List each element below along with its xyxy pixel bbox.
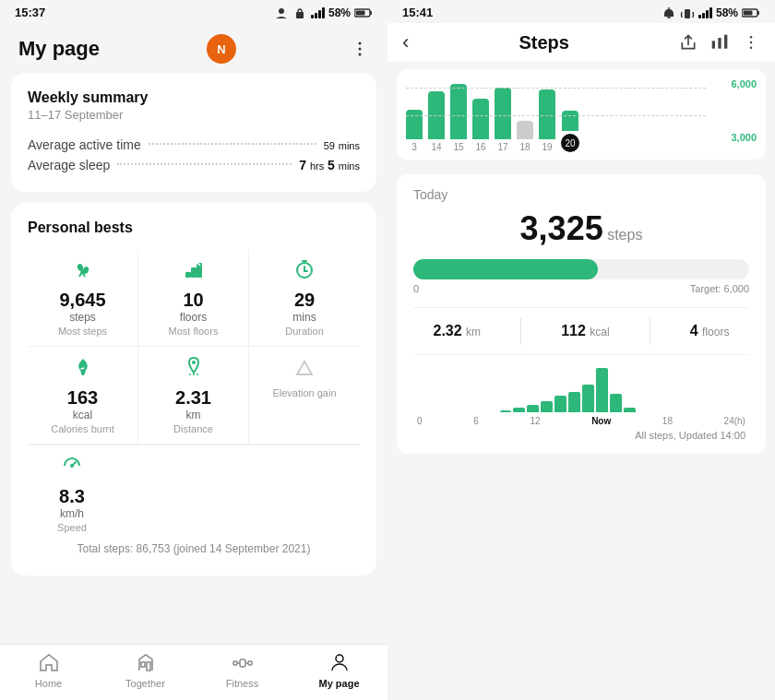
chart-bar-15: 15 [450, 84, 467, 152]
elevation-icon [256, 356, 352, 384]
lock-icon [292, 7, 307, 18]
calories-metric-value: 112 [561, 323, 586, 338]
hourly-bars [417, 366, 745, 412]
duration-icon [256, 258, 352, 286]
right-status-icons: 58% [662, 6, 760, 19]
metrics-row: 2.32 km 112 kcal 4 floors [413, 307, 749, 355]
hourly-bar-10 [554, 396, 566, 412]
floors-label: Most floors [146, 326, 241, 337]
svg-rect-19 [248, 661, 252, 665]
metric-divider-1 [520, 317, 521, 345]
svg-rect-4 [356, 10, 365, 15]
right-time: 15:41 [402, 6, 433, 19]
more-icon[interactable] [351, 40, 369, 58]
chart-bar-16: 16 [472, 99, 489, 152]
svg-rect-1 [296, 12, 304, 18]
nav-fitness[interactable]: Fitness [194, 652, 291, 689]
nav-together[interactable]: Together [97, 652, 194, 689]
bottom-nav: Home Together Fitness [0, 644, 388, 700]
steps-number: 3,325 [520, 209, 603, 247]
more-vert-icon[interactable] [742, 33, 760, 52]
pb-speed: 8.3 km/h Speed [35, 455, 109, 533]
metric-floors: 4 floors [690, 323, 730, 339]
progress-target: Target: 6,000 [690, 283, 749, 294]
svg-point-15 [70, 464, 74, 468]
hourly-x-labels: 0 6 12 Now 18 24(h) [417, 416, 745, 426]
today-card: Today 3,325 steps 0 Target: 6,000 2.32 k… [397, 174, 766, 454]
back-button[interactable]: ‹ [402, 30, 409, 54]
metric-distance: 2.32 km [434, 323, 482, 339]
speed-value: 8.3 [35, 486, 109, 507]
duration-value: 29 [256, 290, 352, 311]
hourly-bar-12 [582, 385, 594, 412]
chart-bar-14: 14 [428, 91, 445, 152]
left-battery: 58% [328, 6, 351, 19]
nav-mypage[interactable]: My page [291, 652, 388, 689]
calories-unit: kcal [35, 409, 130, 421]
battery-icon [354, 7, 373, 18]
svg-point-23 [336, 655, 343, 662]
distance-icon [146, 356, 241, 384]
svg-rect-11 [191, 267, 197, 278]
svg-point-7 [359, 53, 362, 56]
steps-word: steps [607, 227, 642, 243]
steps-header-actions [679, 33, 760, 52]
pb-distance: 2.31 km Distance [138, 347, 249, 445]
svg-point-33 [750, 36, 753, 39]
nav-together-label: Together [125, 678, 165, 689]
nav-home-label: Home [35, 678, 62, 689]
svg-point-5 [359, 42, 362, 45]
svg-point-14 [192, 361, 196, 364]
hourly-bar-14 [610, 394, 622, 412]
hourly-bar-8 [527, 405, 539, 412]
svg-rect-29 [744, 10, 753, 15]
bar-chart-icon[interactable] [710, 33, 729, 52]
home-icon [38, 652, 60, 674]
nav-mypage-label: My page [318, 678, 359, 689]
pb-floors: 10 floors Most floors [138, 249, 249, 347]
svg-rect-28 [757, 11, 759, 15]
chart-bar-20: 20 [561, 111, 579, 152]
speed-icon [35, 455, 109, 482]
nav-home[interactable]: Home [0, 652, 97, 689]
weekly-date: 11–17 September [28, 108, 360, 122]
distance-unit: km [146, 409, 241, 421]
weekly-summary-title: Weekly summary [28, 89, 360, 106]
right-battery-icon [742, 7, 760, 18]
svg-rect-31 [718, 38, 721, 49]
chart-bar-18: 18 [517, 121, 533, 152]
active-time-row: Average active time 59 mins [28, 135, 360, 155]
hourly-bar-15 [624, 408, 636, 412]
alarm-icon [662, 7, 676, 18]
personal-bests-title: Personal bests [28, 219, 360, 236]
distance-metric-unit: km [466, 326, 481, 338]
svg-rect-10 [185, 272, 191, 278]
total-steps: Total steps: 86,753 (joined 14 September… [28, 533, 360, 559]
svg-point-6 [359, 48, 362, 51]
hourly-bar-7 [513, 408, 525, 412]
hourly-bar-11 [568, 392, 580, 412]
floors-metric-value: 4 [690, 323, 698, 338]
steps-icon [35, 258, 130, 286]
speed-label: Speed [35, 522, 109, 533]
notification-button[interactable]: N [207, 34, 236, 64]
steps-title: Steps [519, 32, 568, 53]
hourly-bar-9 [541, 401, 553, 412]
pb-elevation: Elevation gain [249, 347, 360, 445]
svg-point-0 [279, 8, 284, 14]
hourly-bar-6 [500, 410, 512, 412]
week-chart: 3 14 15 16 [406, 78, 757, 152]
calories-icon [35, 356, 130, 384]
left-status-bar: 15:37 58% [0, 0, 388, 23]
floors-value: 10 [146, 290, 241, 311]
calories-metric-unit: kcal [590, 326, 609, 338]
svg-rect-21 [240, 659, 245, 667]
svg-rect-26 [685, 9, 690, 18]
together-icon [135, 652, 157, 674]
sleep-value: 7 hrs 5 mins [299, 158, 360, 172]
hourly-chart: 0 6 12 Now 18 24(h) All steps, Updated 1… [413, 366, 749, 441]
vibrate-icon [680, 7, 695, 18]
share-icon[interactable] [679, 33, 698, 52]
active-time-label: Average active time [28, 137, 141, 152]
today-label: Today [413, 187, 749, 202]
